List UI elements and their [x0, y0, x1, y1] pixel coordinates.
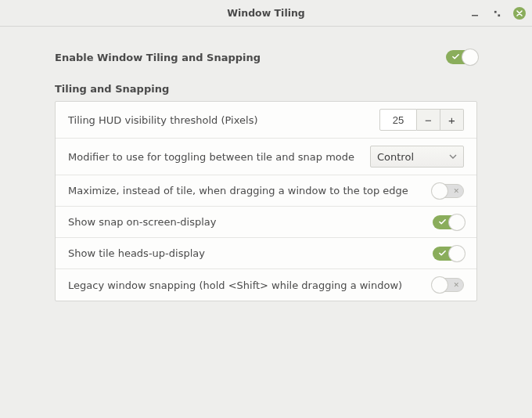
- row-hud-threshold: Tiling HUD visibility threshold (Pixels)…: [56, 102, 476, 139]
- snap-osd-label: Show snap on-screen-display: [68, 216, 217, 228]
- minimize-icon: [471, 9, 479, 17]
- section-title: Tiling and Snapping: [55, 83, 477, 95]
- settings-panel: Tiling HUD visibility threshold (Pixels)…: [55, 101, 477, 301]
- svg-rect-0: [472, 15, 478, 16]
- row-modifier: Modifier to use for toggling between til…: [56, 139, 476, 175]
- modifier-label: Modifier to use for toggling between til…: [68, 151, 354, 163]
- tile-hud-toggle[interactable]: [433, 247, 464, 261]
- modifier-value: Control: [377, 151, 414, 163]
- modifier-combo[interactable]: Control: [370, 146, 464, 168]
- row-snap-osd: Show snap on-screen-display: [56, 207, 476, 238]
- maximize-icon: [494, 10, 501, 17]
- maximize-top-label: Maximize, instead of tile, when dragging…: [68, 185, 408, 196]
- check-icon: [452, 53, 459, 60]
- hud-threshold-label: Tiling HUD visibility threshold (Pixels): [68, 114, 257, 126]
- hud-threshold-input[interactable]: [379, 109, 417, 131]
- legacy-snap-toggle[interactable]: ✕: [433, 278, 464, 292]
- legacy-snap-label: Legacy window snapping (hold <Shift> whi…: [68, 279, 402, 291]
- row-tile-hud: Show tile heads-up-display: [56, 238, 476, 269]
- row-maximize-top: Maximize, instead of tile, when dragging…: [56, 175, 476, 207]
- check-icon: [439, 218, 446, 225]
- maximize-button[interactable]: [491, 8, 502, 19]
- minimize-button[interactable]: [469, 8, 480, 19]
- hud-threshold-stepper: − +: [379, 109, 464, 131]
- row-legacy-snap: Legacy window snapping (hold <Shift> whi…: [56, 269, 476, 301]
- svg-rect-2: [498, 14, 500, 16]
- maximize-top-toggle[interactable]: ✕: [433, 184, 464, 198]
- close-icon: [516, 10, 523, 16]
- master-toggle-label: Enable Window Tiling and Snapping: [55, 52, 261, 63]
- svg-rect-1: [494, 10, 496, 13]
- x-icon: ✕: [453, 280, 459, 290]
- master-toggle[interactable]: [446, 50, 477, 64]
- hud-threshold-decrement[interactable]: −: [417, 109, 440, 131]
- minus-icon: −: [425, 114, 432, 127]
- master-toggle-row: Enable Window Tiling and Snapping: [55, 50, 477, 64]
- window-title: Window Tiling: [0, 7, 532, 19]
- snap-osd-toggle[interactable]: [433, 215, 464, 229]
- plus-icon: +: [448, 114, 455, 127]
- hud-threshold-increment[interactable]: +: [440, 109, 464, 131]
- x-icon: ✕: [453, 186, 459, 196]
- chevron-down-icon: [449, 154, 457, 159]
- titlebar: Window Tiling: [0, 0, 532, 27]
- tile-hud-label: Show tile heads-up-display: [68, 247, 205, 259]
- close-button[interactable]: [513, 7, 526, 20]
- content: Enable Window Tiling and Snapping Tiling…: [0, 27, 532, 317]
- check-icon: [439, 250, 446, 257]
- window-buttons: [469, 0, 526, 27]
